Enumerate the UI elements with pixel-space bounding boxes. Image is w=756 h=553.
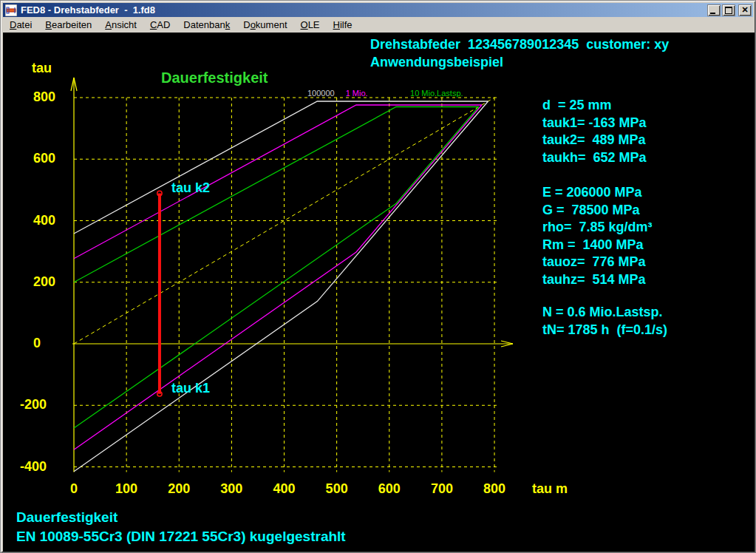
- series-lower-100000: [74, 101, 488, 472]
- series-lower-1Mio: [74, 105, 482, 449]
- x-tick-label: 200: [168, 481, 190, 497]
- series-lower-10MioLastsp: [74, 106, 479, 428]
- close-icon: ✕: [741, 6, 748, 14]
- result-line: rho= 7.85 kg/dm³: [542, 219, 653, 237]
- result-line: N = 0.6 Mio.Lastsp.: [542, 304, 667, 322]
- y-tick-label: 600: [33, 151, 55, 166]
- title-bar: FED8 - Drehstabfeder - 1.fd8 ✕: [3, 3, 753, 17]
- y-tick-label: 200: [33, 274, 55, 290]
- result-line: Rm = 1400 MPa: [542, 237, 653, 254]
- menu-item-bearbeiten[interactable]: Bearbeiten: [38, 18, 98, 32]
- result-line: tauoz= 776 MPa: [542, 254, 653, 271]
- menu-item-hilfe[interactable]: Hilfe: [327, 18, 359, 32]
- cycle-count-label: 100000: [307, 89, 335, 98]
- series-upper-100000: [74, 101, 488, 234]
- footer-line1: Dauerfestigkeit: [16, 509, 118, 526]
- series-upper-1Mio: [74, 105, 482, 259]
- chart-header-line1: Drehstabfeder 123456789012345 customer: …: [370, 37, 669, 52]
- menu-item-ansicht[interactable]: Ansicht: [98, 18, 143, 32]
- minimize-button[interactable]: [707, 4, 721, 16]
- x-tick-label: 300: [220, 481, 242, 497]
- window-frame: FED8 - Drehstabfeder - 1.fd8 ✕ DateiBear…: [0, 0, 756, 553]
- cycle-count-label: 10 Mio.Lastsp.: [410, 89, 463, 98]
- result-line: G = 78500 MPa: [542, 202, 653, 220]
- y-axis-label: tau: [32, 61, 52, 76]
- menu-item-cad[interactable]: CAD: [143, 18, 177, 32]
- close-button[interactable]: ✕: [738, 4, 752, 16]
- menu-item-datenbank[interactable]: Datenbank: [177, 18, 236, 32]
- result-line: tN= 1785 h (f=0.1/s): [542, 322, 667, 339]
- spring-icon: [5, 4, 17, 16]
- y-tick-label: 0: [33, 336, 41, 351]
- results-block-3: N = 0.6 Mio.Lastsp.tN= 1785 h (f=0.1/s): [542, 304, 667, 339]
- y-tick-label: 800: [33, 89, 55, 105]
- y-tick-label: 400: [33, 213, 55, 228]
- menu-item-dokument[interactable]: Dokument: [236, 18, 293, 32]
- x-tick-label: 400: [273, 481, 295, 497]
- results-block-2: E = 206000 MPaG = 78500 MParho= 7.85 kg/…: [542, 184, 653, 288]
- maximize-icon: [725, 7, 732, 14]
- x-tick-label: 500: [326, 481, 348, 497]
- menu-item-ole[interactable]: OLE: [294, 18, 327, 32]
- x-tick-label: 800: [483, 481, 505, 497]
- window-title: FED8 - Drehstabfeder - 1.fd8: [21, 4, 707, 16]
- work-point-label-k2: tau k2: [171, 180, 210, 196]
- x-tick-label: 600: [378, 481, 401, 497]
- chart-header-line2: Anwendungsbeispiel: [370, 55, 503, 70]
- results-block-1: d = 25 mmtauk1= -163 MPatauk2= 489 MPata…: [542, 97, 647, 166]
- client-area: Drehstabfeder 123456789012345 customer: …: [3, 33, 755, 552]
- work-point-label-k1: tau k1: [171, 381, 210, 396]
- x-tick-label: 700: [431, 481, 453, 497]
- y-tick-label: -400: [20, 459, 47, 475]
- result-line: tauhz= 514 MPa: [542, 271, 653, 289]
- result-line: d = 25 mm: [542, 97, 647, 115]
- menu-bar: DateiBearbeitenAnsichtCADDatenbankDokume…: [3, 17, 753, 33]
- x-axis-label: tau m: [532, 481, 568, 497]
- result-line: tauk2= 489 MPa: [542, 132, 647, 149]
- chart-title: Dauerfestigkeit: [161, 69, 268, 86]
- maximize-button[interactable]: [722, 4, 735, 16]
- footer-line2: EN 10089-55Cr3 (DIN 17221 55Cr3) kugelge…: [16, 529, 346, 545]
- result-line: taukh= 652 MPa: [542, 149, 647, 167]
- result-line: E = 206000 MPa: [542, 184, 653, 202]
- y-tick-label: -200: [20, 397, 47, 413]
- x-tick-label: 100: [115, 481, 137, 497]
- menu-item-datei[interactable]: Datei: [3, 18, 38, 32]
- minimize-icon: [710, 13, 715, 14]
- result-line: tauk1= -163 MPa: [542, 115, 647, 132]
- series-upper-10MioLastsp: [74, 106, 479, 282]
- x-tick-label: 0: [70, 481, 78, 497]
- cycle-count-label: 1 Mio.: [346, 89, 368, 98]
